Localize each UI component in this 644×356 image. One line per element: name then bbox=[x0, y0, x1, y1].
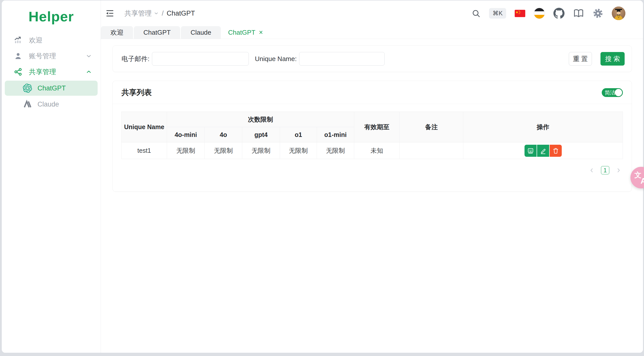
session-card-button[interactable] bbox=[525, 145, 537, 157]
col-4o: 4o bbox=[205, 127, 242, 142]
cell-note bbox=[400, 142, 463, 159]
cell-actions bbox=[463, 142, 623, 159]
trash-icon bbox=[552, 147, 559, 154]
breadcrumb-section[interactable]: 共享管理 bbox=[125, 9, 159, 18]
edit-button[interactable] bbox=[537, 145, 549, 157]
content: 电子邮件: Unique Name: 重 置 搜 索 共享列表 简洁 bbox=[101, 39, 643, 353]
search-icon[interactable] bbox=[471, 9, 480, 18]
col-o1: o1 bbox=[280, 127, 317, 142]
cell-limit-o1: 无限制 bbox=[280, 142, 317, 159]
main-area: 共享管理 / ChatGPT ⌘K bbox=[101, 1, 643, 353]
openai-icon bbox=[23, 84, 32, 93]
col-o1-mini: o1-mini bbox=[317, 127, 354, 142]
unique-name-input[interactable] bbox=[299, 52, 385, 66]
share-list-card: 共享列表 简洁 Unique Name 次数 bbox=[112, 81, 632, 192]
sidebar-item-label: 账号管理 bbox=[29, 52, 56, 61]
table-row: test1 无限制 无限制 无限制 无限制 无限制 未知 bbox=[122, 142, 623, 159]
col-4o-mini: 4o-mini bbox=[167, 127, 205, 142]
edit-pencil-icon bbox=[540, 147, 547, 154]
col-note: 备注 bbox=[400, 112, 463, 142]
pagination-page-1[interactable]: 1 bbox=[601, 166, 609, 174]
sidebar-subitem-label: Claude bbox=[37, 100, 59, 108]
reset-button[interactable]: 重 置 bbox=[569, 52, 592, 66]
toggle-label: 简洁 bbox=[605, 89, 615, 96]
chevron-down-icon bbox=[154, 11, 159, 16]
cell-expiry: 未知 bbox=[354, 142, 399, 159]
tab-welcome[interactable]: 欢迎 bbox=[101, 26, 133, 39]
shortcut-badge[interactable]: ⌘K bbox=[489, 8, 506, 19]
user-icon bbox=[14, 52, 22, 60]
share-list-header: 共享列表 简洁 bbox=[113, 81, 632, 104]
sidebar: Helper 欢迎 bbox=[2, 1, 101, 353]
flag-circle-icon[interactable] bbox=[534, 8, 545, 19]
user-avatar[interactable] bbox=[612, 7, 625, 20]
col-expiry: 有效期至 bbox=[354, 112, 399, 142]
filter-card: 电子邮件: Unique Name: 重 置 搜 索 bbox=[112, 45, 632, 72]
sidebar-item-welcome[interactable]: 欢迎 bbox=[2, 32, 101, 48]
sidebar-item-label: 欢迎 bbox=[29, 36, 43, 45]
col-actions: 操作 bbox=[463, 112, 623, 142]
cell-unique-name: test1 bbox=[122, 142, 167, 159]
sidebar-subitem-chatgpt[interactable]: ChatGPT bbox=[5, 81, 98, 96]
sidebar-item-label: 共享管理 bbox=[29, 67, 56, 76]
cell-limit-o1-mini: 无限制 bbox=[317, 142, 354, 159]
tab-chatgpt-active[interactable]: ChatGPT × bbox=[222, 26, 269, 39]
topbar-icons: ⌘K bbox=[471, 7, 625, 20]
trend-chart-icon bbox=[14, 36, 22, 44]
sidebar-collapse-button[interactable] bbox=[104, 8, 115, 19]
simple-mode-toggle[interactable]: 简洁 bbox=[602, 88, 623, 97]
unique-name-label: Unique Name: bbox=[255, 55, 297, 63]
cell-limit-4o: 无限制 bbox=[205, 142, 242, 159]
sidebar-subitem-label: ChatGPT bbox=[37, 84, 66, 92]
tab-chatgpt[interactable]: ChatGPT bbox=[134, 26, 180, 39]
share-table: Unique Name 次数限制 有效期至 备注 操作 4o-mini 4o g… bbox=[121, 112, 623, 159]
tab-claude[interactable]: Claude bbox=[181, 26, 221, 39]
email-label: 电子邮件: bbox=[122, 55, 149, 63]
pagination: 1 bbox=[121, 166, 623, 174]
email-input[interactable] bbox=[152, 52, 249, 66]
chevron-up-icon bbox=[86, 69, 92, 75]
docs-book-icon[interactable] bbox=[573, 8, 584, 19]
sidebar-subitem-claude[interactable]: Claude bbox=[5, 97, 98, 112]
app-window: Helper 欢迎 bbox=[2, 1, 643, 353]
github-icon[interactable] bbox=[553, 8, 565, 19]
topbar: 共享管理 / ChatGPT ⌘K bbox=[101, 1, 643, 26]
breadcrumb-page: ChatGPT bbox=[167, 10, 195, 17]
tab-close-icon[interactable]: × bbox=[259, 29, 263, 36]
gear-icon[interactable] bbox=[593, 8, 603, 19]
sidebar-item-share[interactable]: 共享管理 bbox=[2, 64, 101, 80]
delete-button[interactable] bbox=[550, 145, 562, 157]
sidebar-item-accounts[interactable]: 账号管理 bbox=[2, 48, 101, 64]
app-logo: Helper bbox=[2, 7, 101, 27]
col-usage-limit: 次数限制 bbox=[167, 112, 354, 127]
pagination-next-icon[interactable] bbox=[615, 167, 622, 174]
anthropic-icon bbox=[23, 100, 32, 109]
chevron-down-icon bbox=[86, 53, 92, 59]
toggle-knob bbox=[615, 89, 622, 96]
tabbar: 欢迎 ChatGPT Claude ChatGPT × bbox=[101, 26, 643, 39]
flag-china-icon[interactable] bbox=[515, 10, 525, 17]
cell-limit-4o-mini: 无限制 bbox=[167, 142, 205, 159]
col-unique-name: Unique Name bbox=[122, 112, 167, 142]
col-gpt4: gpt4 bbox=[242, 127, 280, 142]
breadcrumb-separator: / bbox=[162, 10, 164, 17]
session-card-icon bbox=[527, 147, 534, 154]
sidebar-nav: 欢迎 账号管理 bbox=[2, 32, 101, 112]
search-button[interactable]: 搜 索 bbox=[600, 52, 625, 66]
cell-limit-gpt4: 无限制 bbox=[242, 142, 280, 159]
pagination-prev-icon[interactable] bbox=[588, 167, 595, 174]
share-icon bbox=[14, 68, 22, 76]
share-table-wrap: Unique Name 次数限制 有效期至 备注 操作 4o-mini 4o g… bbox=[113, 104, 632, 174]
share-list-title: 共享列表 bbox=[122, 87, 152, 98]
breadcrumb: 共享管理 / ChatGPT bbox=[125, 9, 195, 18]
